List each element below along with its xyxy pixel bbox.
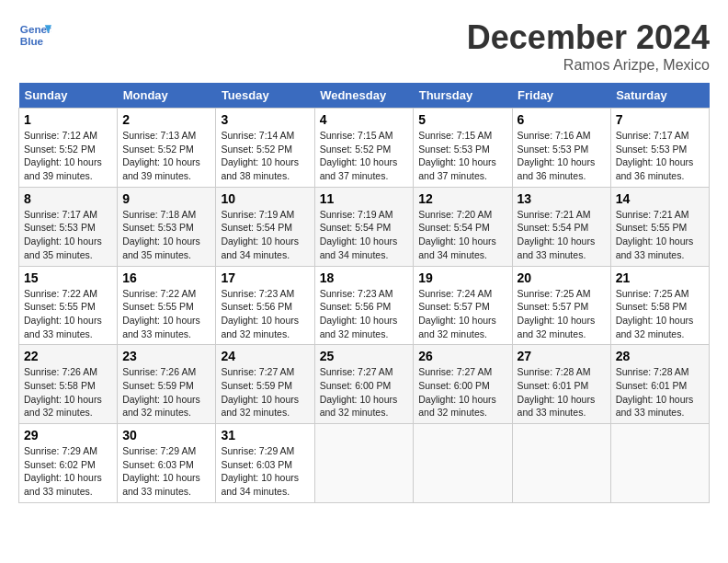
calendar-day-cell: 29Sunrise: 7:29 AM Sunset: 6:02 PM Dayli… [19, 424, 118, 503]
day-number: 22 [24, 349, 112, 363]
day-number: 23 [122, 349, 210, 363]
day-info: Sunrise: 7:25 AM Sunset: 5:58 PM Dayligh… [616, 287, 704, 341]
day-info: Sunrise: 7:25 AM Sunset: 5:57 PM Dayligh… [518, 287, 606, 341]
calendar-day-cell: 23Sunrise: 7:26 AM Sunset: 5:59 PM Dayli… [118, 345, 216, 424]
calendar-day-cell [610, 424, 709, 503]
calendar-day-cell [314, 424, 414, 503]
day-info: Sunrise: 7:12 AM Sunset: 5:52 PM Dayligh… [24, 129, 112, 183]
calendar-day-cell: 12Sunrise: 7:20 AM Sunset: 5:54 PM Dayli… [414, 187, 512, 266]
day-info: Sunrise: 7:27 AM Sunset: 6:00 PM Dayligh… [320, 365, 409, 419]
day-info: Sunrise: 7:27 AM Sunset: 6:00 PM Dayligh… [418, 365, 506, 419]
day-number: 1 [24, 112, 112, 127]
calendar-day-cell: 3Sunrise: 7:14 AM Sunset: 5:52 PM Daylig… [216, 109, 314, 188]
day-info: Sunrise: 7:29 AM Sunset: 6:02 PM Dayligh… [24, 444, 112, 499]
day-number: 6 [518, 112, 606, 127]
calendar-day-cell: 28Sunrise: 7:28 AM Sunset: 6:01 PM Dayli… [610, 345, 709, 424]
calendar-day-cell: 31Sunrise: 7:29 AM Sunset: 6:03 PM Dayli… [216, 424, 314, 503]
calendar-table: SundayMondayTuesdayWednesdayThursdayFrid… [18, 83, 710, 503]
svg-text:Blue: Blue [20, 35, 44, 47]
day-number: 24 [221, 349, 309, 363]
calendar-day-cell: 21Sunrise: 7:25 AM Sunset: 5:58 PM Dayli… [610, 266, 709, 345]
calendar-day-cell: 4Sunrise: 7:15 AM Sunset: 5:52 PM Daylig… [314, 109, 414, 188]
day-info: Sunrise: 7:29 AM Sunset: 6:03 PM Dayligh… [221, 444, 309, 499]
calendar-day-cell [512, 424, 610, 503]
day-number: 20 [518, 270, 606, 285]
day-info: Sunrise: 7:18 AM Sunset: 5:53 PM Dayligh… [122, 208, 210, 262]
day-info: Sunrise: 7:16 AM Sunset: 5:53 PM Dayligh… [518, 129, 606, 183]
calendar-day-cell: 6Sunrise: 7:16 AM Sunset: 5:53 PM Daylig… [512, 109, 610, 188]
calendar-day-cell: 22Sunrise: 7:26 AM Sunset: 5:58 PM Dayli… [19, 345, 118, 424]
day-info: Sunrise: 7:13 AM Sunset: 5:52 PM Dayligh… [122, 129, 210, 183]
calendar-week-row: 1Sunrise: 7:12 AM Sunset: 5:52 PM Daylig… [19, 109, 710, 188]
day-number: 30 [122, 428, 210, 442]
day-info: Sunrise: 7:17 AM Sunset: 5:53 PM Dayligh… [616, 129, 704, 183]
calendar-day-cell: 27Sunrise: 7:28 AM Sunset: 6:01 PM Dayli… [512, 345, 610, 424]
day-info: Sunrise: 7:15 AM Sunset: 5:53 PM Dayligh… [418, 129, 506, 183]
calendar-day-cell: 1Sunrise: 7:12 AM Sunset: 5:52 PM Daylig… [19, 109, 118, 188]
calendar-day-cell: 18Sunrise: 7:23 AM Sunset: 5:56 PM Dayli… [314, 266, 414, 345]
day-info: Sunrise: 7:14 AM Sunset: 5:52 PM Dayligh… [221, 129, 309, 183]
day-number: 27 [518, 349, 606, 363]
day-number: 19 [418, 270, 506, 285]
day-info: Sunrise: 7:21 AM Sunset: 5:55 PM Dayligh… [616, 208, 704, 262]
calendar-day-cell: 19Sunrise: 7:24 AM Sunset: 5:57 PM Dayli… [414, 266, 512, 345]
day-number: 2 [122, 112, 210, 127]
day-number: 31 [221, 428, 309, 442]
day-number: 15 [24, 270, 112, 285]
day-number: 29 [24, 428, 112, 442]
calendar-day-header: Saturday [610, 83, 709, 109]
calendar-day-cell: 26Sunrise: 7:27 AM Sunset: 6:00 PM Dayli… [414, 345, 512, 424]
day-info: Sunrise: 7:20 AM Sunset: 5:54 PM Dayligh… [418, 208, 506, 262]
calendar-day-cell: 9Sunrise: 7:18 AM Sunset: 5:53 PM Daylig… [118, 187, 216, 266]
day-number: 4 [320, 112, 409, 127]
day-info: Sunrise: 7:19 AM Sunset: 5:54 PM Dayligh… [320, 208, 409, 262]
logo-icon: General Blue [18, 18, 51, 52]
calendar-day-cell: 5Sunrise: 7:15 AM Sunset: 5:53 PM Daylig… [414, 109, 512, 188]
calendar-day-cell: 7Sunrise: 7:17 AM Sunset: 5:53 PM Daylig… [610, 109, 709, 188]
calendar-day-header: Wednesday [314, 83, 414, 109]
calendar-week-row: 8Sunrise: 7:17 AM Sunset: 5:53 PM Daylig… [19, 187, 710, 266]
day-info: Sunrise: 7:28 AM Sunset: 6:01 PM Dayligh… [616, 365, 704, 419]
calendar-week-row: 22Sunrise: 7:26 AM Sunset: 5:58 PM Dayli… [19, 345, 710, 424]
calendar-day-header: Sunday [19, 83, 118, 109]
day-number: 8 [24, 191, 112, 206]
calendar-day-cell [414, 424, 512, 503]
day-info: Sunrise: 7:17 AM Sunset: 5:53 PM Dayligh… [24, 208, 112, 262]
calendar-day-cell: 15Sunrise: 7:22 AM Sunset: 5:55 PM Dayli… [19, 266, 118, 345]
day-number: 7 [616, 112, 704, 127]
day-info: Sunrise: 7:26 AM Sunset: 5:58 PM Dayligh… [24, 365, 112, 419]
day-number: 12 [418, 191, 506, 206]
day-info: Sunrise: 7:15 AM Sunset: 5:52 PM Dayligh… [320, 129, 409, 183]
calendar-day-cell: 16Sunrise: 7:22 AM Sunset: 5:55 PM Dayli… [118, 266, 216, 345]
calendar-header-row: SundayMondayTuesdayWednesdayThursdayFrid… [19, 83, 710, 109]
page-header: General Blue December 2024 Ramos Arizpe,… [18, 18, 710, 74]
calendar-day-cell: 8Sunrise: 7:17 AM Sunset: 5:53 PM Daylig… [19, 187, 118, 266]
calendar-body: 1Sunrise: 7:12 AM Sunset: 5:52 PM Daylig… [19, 109, 710, 503]
day-number: 13 [518, 191, 606, 206]
day-number: 10 [221, 191, 309, 206]
calendar-day-cell: 10Sunrise: 7:19 AM Sunset: 5:54 PM Dayli… [216, 187, 314, 266]
day-number: 5 [418, 112, 506, 127]
day-info: Sunrise: 7:28 AM Sunset: 6:01 PM Dayligh… [518, 365, 606, 419]
day-info: Sunrise: 7:24 AM Sunset: 5:57 PM Dayligh… [418, 287, 506, 341]
day-number: 11 [320, 191, 409, 206]
calendar-day-header: Thursday [414, 83, 512, 109]
calendar-day-cell: 11Sunrise: 7:19 AM Sunset: 5:54 PM Dayli… [314, 187, 414, 266]
day-info: Sunrise: 7:22 AM Sunset: 5:55 PM Dayligh… [24, 287, 112, 341]
day-info: Sunrise: 7:26 AM Sunset: 5:59 PM Dayligh… [122, 365, 210, 419]
day-number: 16 [122, 270, 210, 285]
calendar-day-header: Friday [512, 83, 610, 109]
calendar-day-header: Monday [118, 83, 216, 109]
calendar-day-cell: 30Sunrise: 7:29 AM Sunset: 6:03 PM Dayli… [118, 424, 216, 503]
calendar-day-cell: 13Sunrise: 7:21 AM Sunset: 5:54 PM Dayli… [512, 187, 610, 266]
title-block: December 2024 Ramos Arizpe, Mexico [467, 18, 710, 74]
day-number: 18 [320, 270, 409, 285]
day-info: Sunrise: 7:27 AM Sunset: 5:59 PM Dayligh… [221, 365, 309, 419]
day-number: 21 [616, 270, 704, 285]
day-info: Sunrise: 7:23 AM Sunset: 5:56 PM Dayligh… [221, 287, 309, 341]
calendar-day-cell: 14Sunrise: 7:21 AM Sunset: 5:55 PM Dayli… [610, 187, 709, 266]
calendar-day-cell: 24Sunrise: 7:27 AM Sunset: 5:59 PM Dayli… [216, 345, 314, 424]
calendar-week-row: 15Sunrise: 7:22 AM Sunset: 5:55 PM Dayli… [19, 266, 710, 345]
calendar-day-cell: 2Sunrise: 7:13 AM Sunset: 5:52 PM Daylig… [118, 109, 216, 188]
day-info: Sunrise: 7:29 AM Sunset: 6:03 PM Dayligh… [122, 444, 210, 499]
